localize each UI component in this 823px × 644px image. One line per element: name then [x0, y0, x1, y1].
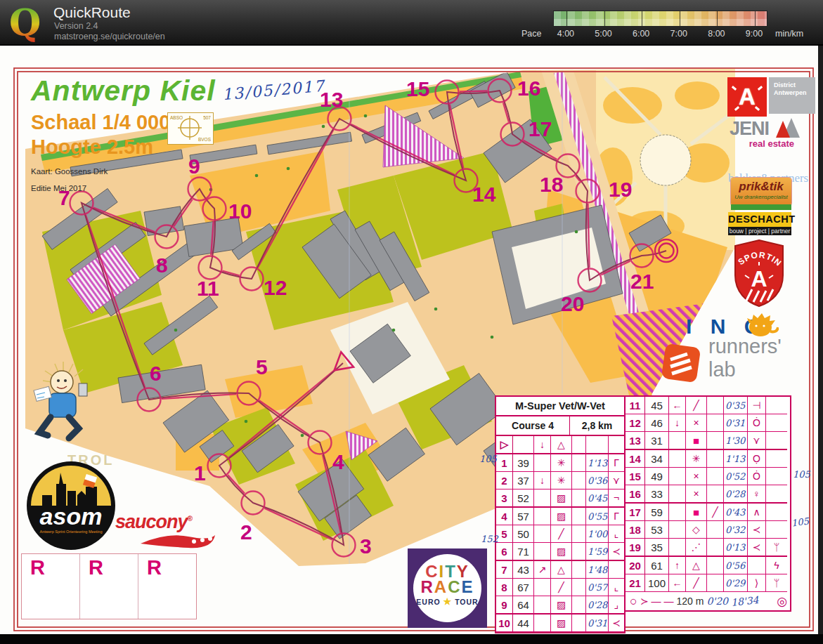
card-r2c6: ⋎	[609, 472, 624, 489]
card-r1c1: 39	[513, 454, 534, 472]
card-r1c1: 46	[645, 414, 669, 432]
card-r1c0: 1	[496, 454, 513, 472]
card-r3c1: 52	[513, 489, 534, 508]
card-r5c7	[766, 485, 787, 504]
card-r8c3: ╱	[551, 579, 572, 596]
district-antwerpen-logo: A	[727, 77, 767, 117]
card-r2c3: ✳	[551, 472, 572, 489]
card-r1c2: ↓	[669, 414, 686, 432]
card-r1c2	[534, 454, 551, 472]
map-cartographer: Kaart: Goossens Dirk	[31, 167, 108, 176]
district-a-letter: A	[727, 77, 767, 117]
card-r1c5: 0'31	[724, 414, 748, 432]
control-number-17: 17	[529, 117, 552, 140]
card-r4c0: 15	[626, 468, 645, 485]
card-r9c5: 0'28	[586, 596, 609, 615]
control-number-9: 9	[188, 155, 200, 178]
card-r5c2	[669, 485, 686, 504]
card-r1c6: Γ	[609, 454, 624, 472]
dash: — —	[652, 596, 674, 607]
card-r4c3: ×	[686, 468, 707, 485]
card-r2c5: 1'30	[724, 432, 748, 450]
card-r0c0: ▷	[496, 436, 513, 454]
card-r4c6: Ȯ	[748, 468, 766, 485]
card-r4c5: 0'52	[724, 468, 748, 485]
sporting-a-logo: SPORTING A	[731, 239, 787, 308]
control-number-20: 20	[561, 292, 584, 315]
control-number-8: 8	[156, 254, 168, 277]
card-r0c4	[707, 397, 724, 414]
card-r1c3: ×	[686, 414, 707, 432]
card-r7c1: 43	[513, 561, 534, 579]
card-r5c6: ⌞	[609, 525, 624, 543]
card-r2c3: ■	[686, 432, 707, 450]
card-r9c5: 0'56	[724, 557, 748, 574]
card-r5c6: ♀	[748, 485, 766, 504]
card-r4c2	[669, 468, 686, 485]
asom-name: asom	[40, 503, 103, 530]
card-r3c2	[669, 450, 686, 468]
control-number-16: 16	[517, 77, 540, 100]
card-r10c3: ╱	[686, 574, 707, 592]
card-r10c5: 0'29	[724, 574, 748, 592]
card-r2c2	[669, 432, 686, 450]
card-r10c3: ▨	[551, 615, 572, 632]
compass-box: ABSO 507 BVOS	[167, 112, 214, 145]
card-r3c6: ¬	[609, 489, 624, 508]
card-r6c3: ▨	[551, 543, 572, 561]
pace-legend: 4:005:006:007:008:009:00 Pace min/km	[553, 11, 766, 40]
card-r9c6: ⌟	[609, 596, 624, 615]
card-r8c7: ᛘ	[766, 539, 787, 557]
card-r10c1: 44	[513, 615, 534, 632]
jeni-tagline: real estate	[730, 138, 794, 149]
control-number-6: 6	[150, 362, 162, 385]
control-number-1: 1	[194, 461, 206, 485]
city-race-logo: CITY RACE EURO ★ TOUR	[408, 548, 487, 628]
city-race-letter: E	[462, 577, 474, 596]
finish-split: 0'20	[706, 596, 728, 607]
card-r2c7	[766, 432, 787, 450]
city-race-line2: RACE	[413, 579, 481, 595]
pace-tick-label: 8:00	[708, 29, 725, 39]
card-r0c1: 45	[645, 397, 669, 414]
map-contour: Hoogte 2.5m	[31, 136, 153, 159]
card-r9c3: ▨	[551, 596, 572, 615]
pace-tick-label: 4:00	[557, 29, 574, 39]
card-r1c3: ✳	[551, 454, 572, 472]
card-r3c3: ▨	[551, 489, 572, 508]
prik-tik-address-bar	[731, 204, 791, 210]
card-r4c4	[707, 468, 724, 485]
card-r8c4	[572, 579, 586, 596]
control-card-title: M-Super Vet/W-Vet	[496, 397, 624, 416]
card-r5c3: ╱	[551, 525, 572, 543]
card-r6c5: 1'59	[586, 543, 609, 561]
pace-tick-label: 5:00	[595, 29, 611, 39]
card-r0c3: △	[551, 436, 572, 454]
card-r2c0: 2	[496, 472, 513, 489]
card-r8c4	[707, 539, 724, 557]
app-url[interactable]: matstroeng.se/quickroute/en	[54, 32, 165, 41]
card-r8c1: 67	[513, 579, 534, 596]
card-r10c6: ⟩	[748, 574, 766, 592]
finish-row: ○≻— —120 m0'2018'34◎	[626, 592, 790, 610]
card-r6c7	[766, 504, 787, 521]
margin-note-152: 152	[481, 534, 498, 544]
card-r3c0: 3	[496, 489, 513, 508]
saucony-logo: saucony®	[115, 511, 192, 533]
card-r7c1: 53	[645, 521, 669, 539]
card-r2c5: 0'36	[586, 472, 609, 489]
card-r9c3: △	[686, 557, 707, 574]
card-r2c6: ⋎	[748, 432, 766, 450]
card-r4c7	[766, 468, 787, 485]
pace-label: Pace	[521, 29, 542, 39]
card-r4c6: Γ	[609, 508, 624, 525]
card-r10c1: 100	[645, 574, 669, 592]
card-r10c6: ≺	[609, 615, 624, 632]
card-r5c1: 50	[513, 525, 534, 543]
card-r9c7: ϟ	[766, 557, 787, 574]
card-r8c5: 0'57	[586, 579, 609, 596]
control-number-18: 18	[540, 173, 563, 196]
quickroute-window: 123456789101112131415161718192021 Q Quic…	[0, 0, 823, 644]
card-r7c4	[572, 561, 586, 579]
card-r5c5: 1'00	[586, 525, 609, 543]
